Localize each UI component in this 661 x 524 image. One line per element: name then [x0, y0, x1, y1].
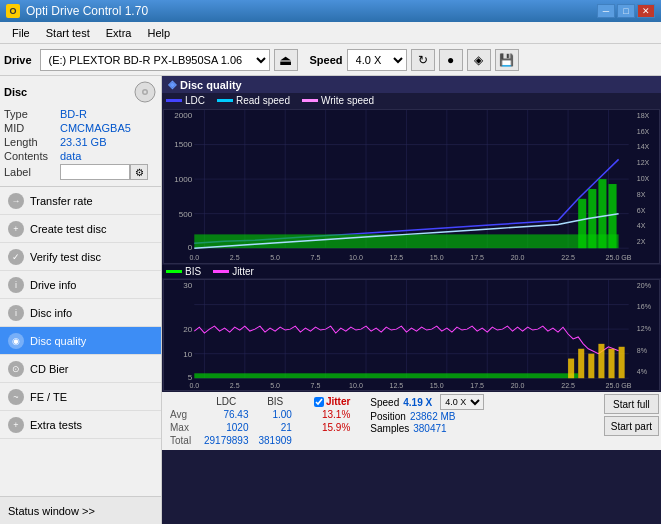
menu-start-test[interactable]: Start test — [38, 25, 98, 41]
nav-label-fe-te: FE / TE — [30, 391, 67, 403]
svg-text:16X: 16X — [637, 128, 650, 135]
disc-label-label: Label — [4, 166, 60, 178]
svg-rect-89 — [619, 347, 625, 378]
svg-text:7.5: 7.5 — [311, 382, 321, 389]
svg-text:5.0: 5.0 — [270, 254, 280, 261]
transfer-rate-icon: → — [8, 193, 24, 209]
svg-text:22.5: 22.5 — [561, 382, 575, 389]
extra-tests-icon: + — [8, 417, 24, 433]
disc-quality-icon: ◉ — [8, 333, 24, 349]
disc-label-input[interactable] — [60, 164, 130, 180]
sidebar-item-disc-quality[interactable]: ◉ Disc quality — [0, 327, 161, 355]
sidebar-item-extra-tests[interactable]: + Extra tests — [0, 411, 161, 439]
svg-text:15.0: 15.0 — [430, 382, 444, 389]
refresh-button[interactable]: ↻ — [411, 49, 435, 71]
svg-text:15.0: 15.0 — [430, 254, 444, 261]
svg-rect-86 — [588, 354, 594, 379]
svg-text:20: 20 — [183, 325, 193, 334]
menu-extra[interactable]: Extra — [98, 25, 140, 41]
disc-type-value: BD-R — [60, 108, 157, 120]
stats-section: LDC BIS Jitter Avg 76.43 1.00 13. — [162, 392, 661, 450]
samples-row: Samples 380471 — [370, 423, 484, 434]
disc-mid-row: MID CMCMAGBA5 — [4, 122, 157, 134]
total-label: Total — [166, 435, 198, 446]
minimize-button[interactable]: ─ — [597, 4, 615, 18]
speed-row: Speed 4.19 X 4.0 X — [370, 394, 484, 410]
svg-text:12.5: 12.5 — [389, 382, 403, 389]
save-button[interactable]: 💾 — [495, 49, 519, 71]
sidebar-item-verify-test-disc[interactable]: ✓ Verify test disc — [0, 243, 161, 271]
svg-text:5.0: 5.0 — [270, 382, 280, 389]
svg-text:0: 0 — [188, 243, 193, 252]
svg-text:500: 500 — [179, 210, 193, 219]
eject-button[interactable]: ⏏ — [274, 49, 298, 71]
svg-text:4X: 4X — [637, 223, 646, 230]
disc-mid-label: MID — [4, 122, 60, 134]
titlebar-controls[interactable]: ─ □ ✕ — [597, 4, 655, 18]
total-bis: 381909 — [255, 435, 296, 446]
svg-rect-43 — [194, 234, 618, 248]
speed-label: Speed — [310, 54, 343, 66]
disc-info-icon: i — [8, 305, 24, 321]
col-header-bis: BIS — [255, 396, 296, 407]
svg-text:16%: 16% — [637, 304, 651, 311]
content-area: ◈ Disc quality LDC Read speed Write spee… — [162, 76, 661, 524]
svg-point-2 — [144, 91, 147, 94]
svg-text:1000: 1000 — [174, 175, 193, 184]
fe-te-icon: ~ — [8, 389, 24, 405]
stats-table: LDC BIS Jitter Avg 76.43 1.00 13. — [164, 394, 356, 448]
sidebar-item-fe-te[interactable]: ~ FE / TE — [0, 383, 161, 411]
speed-position-section: Speed 4.19 X 4.0 X Position 23862 MB Sam… — [370, 394, 484, 434]
chart-header: ◈ Disc quality — [162, 76, 661, 93]
sidebar-item-cd-bier[interactable]: ⊙ CD Bier — [0, 355, 161, 383]
main-layout: Disc Type BD-R MID CMCMAGBA5 Length 23.3… — [0, 76, 661, 524]
close-button[interactable]: ✕ — [637, 4, 655, 18]
status-window-button[interactable]: Status window >> — [0, 496, 161, 524]
svg-text:2X: 2X — [637, 238, 646, 245]
menu-file[interactable]: File — [4, 25, 38, 41]
samples-value: 380471 — [413, 423, 446, 434]
sidebar-item-drive-info[interactable]: i Drive info — [0, 271, 161, 299]
toolbar: Drive (E:) PLEXTOR BD-R PX-LB950SA 1.06 … — [0, 44, 661, 76]
start-part-button[interactable]: Start part — [604, 416, 659, 436]
svg-text:2.5: 2.5 — [230, 382, 240, 389]
sidebar-item-disc-info[interactable]: i Disc info — [0, 299, 161, 327]
svg-text:14X: 14X — [637, 144, 650, 151]
svg-text:0.0: 0.0 — [189, 254, 199, 261]
legend-write-speed-label: Write speed — [321, 95, 374, 106]
svg-rect-46 — [598, 179, 606, 248]
menu-help[interactable]: Help — [139, 25, 178, 41]
svg-text:25.0 GB: 25.0 GB — [606, 382, 632, 389]
svg-text:12.5: 12.5 — [389, 254, 403, 261]
jitter-checkbox[interactable] — [314, 397, 324, 407]
max-bis: 21 — [255, 422, 296, 433]
disc-panel: Disc Type BD-R MID CMCMAGBA5 Length 23.3… — [0, 76, 161, 187]
svg-text:6X: 6X — [637, 207, 646, 214]
svg-text:4%: 4% — [637, 368, 647, 375]
legend-write-speed: Write speed — [302, 95, 374, 106]
bottom-chart-svg: 30 20 10 5 20% 16% 12% 8% 4% 0.0 2.5 5.0… — [164, 280, 659, 390]
disc-length-row: Length 23.31 GB — [4, 136, 157, 148]
disc-label-button[interactable]: ⚙ — [130, 164, 148, 180]
maximize-button[interactable]: □ — [617, 4, 635, 18]
settings-button1[interactable]: ● — [439, 49, 463, 71]
legend-bis-color — [166, 270, 182, 273]
drive-select[interactable]: (E:) PLEXTOR BD-R PX-LB950SA 1.06 — [40, 49, 270, 71]
svg-rect-83 — [194, 373, 578, 378]
settings-button2[interactable]: ◈ — [467, 49, 491, 71]
disc-contents-row: Contents data — [4, 150, 157, 162]
speed-unit-select[interactable]: 4.0 X — [440, 394, 484, 410]
avg-label: Avg — [166, 409, 198, 420]
avg-jitter: 13.1% — [310, 409, 354, 420]
sidebar-item-transfer-rate[interactable]: → Transfer rate — [0, 187, 161, 215]
svg-rect-85 — [578, 349, 584, 378]
svg-text:20.0: 20.0 — [511, 254, 525, 261]
svg-text:0.0: 0.0 — [189, 382, 199, 389]
speed-select[interactable]: 4.0 X — [347, 49, 407, 71]
start-full-button[interactable]: Start full — [604, 394, 659, 414]
nav-label-disc-info: Disc info — [30, 307, 72, 319]
sidebar-item-create-test-disc[interactable]: + Create test disc — [0, 215, 161, 243]
avg-ldc: 76.43 — [200, 409, 253, 420]
legend-jitter-color — [213, 270, 229, 273]
svg-text:25.0 GB: 25.0 GB — [606, 254, 632, 261]
